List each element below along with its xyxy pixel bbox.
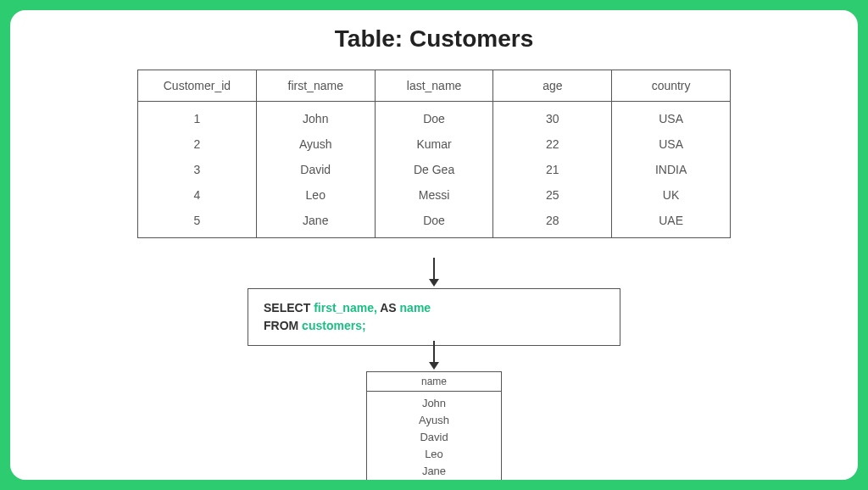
table-row: John <box>367 392 502 412</box>
cell: Leo <box>256 182 375 208</box>
cell: Doe <box>375 208 493 238</box>
cell: John <box>367 392 502 412</box>
cell: 1 <box>138 102 257 132</box>
cell: 25 <box>493 182 612 208</box>
cell: USA <box>612 102 731 132</box>
arrow-down-icon <box>429 341 439 370</box>
cell: Messi <box>375 182 493 208</box>
sql-keyword: SELECT <box>264 301 310 315</box>
cell: 22 <box>493 131 612 157</box>
table-row: 1 John Doe 30 USA <box>138 102 731 132</box>
cell: Ayush <box>367 412 502 429</box>
cell: David <box>367 429 502 446</box>
cell: 30 <box>493 102 612 132</box>
sql-keyword: AS <box>380 301 396 315</box>
table-row: Ayush <box>367 412 502 429</box>
sql-alias: name <box>400 301 431 315</box>
col-header: name <box>367 372 502 392</box>
cell: Leo <box>367 446 502 463</box>
arrow-down-icon <box>429 258 439 287</box>
cell: Jane <box>256 208 375 238</box>
cell: Kumar <box>375 131 493 157</box>
cell: UK <box>612 182 731 208</box>
outer-frame: Table: Customers Customer_id first_name … <box>0 0 868 490</box>
table-row: 4 Leo Messi 25 UK <box>138 182 731 208</box>
result-table: name John Ayush David Leo Jane <box>366 371 502 480</box>
col-header: country <box>612 70 731 102</box>
sql-query-box: SELECT first_name, AS name FROM customer… <box>248 288 620 346</box>
table-header-row: Customer_id first_name last_name age cou… <box>138 70 731 102</box>
cell: 5 <box>138 208 257 238</box>
cell: 2 <box>138 131 257 157</box>
cell: INDIA <box>612 157 731 182</box>
cell: 28 <box>493 208 612 238</box>
table-row: 5 Jane Doe 28 UAE <box>138 208 731 238</box>
page-title: Table: Customers <box>10 25 858 53</box>
cell: 3 <box>138 157 257 182</box>
col-header: last_name <box>375 70 493 102</box>
sql-table: customers; <box>302 319 365 332</box>
cell: Doe <box>375 102 493 132</box>
cell: Ayush <box>256 131 375 157</box>
cell: 21 <box>493 157 612 182</box>
cell: Jane <box>367 463 502 481</box>
sql-keyword: FROM <box>264 319 298 332</box>
col-header: Customer_id <box>138 70 257 102</box>
sql-column: first_name, <box>314 301 377 315</box>
table-header-row: name <box>367 372 502 392</box>
table-row: David <box>367 429 502 446</box>
cell: 4 <box>138 182 257 208</box>
table-row: Leo <box>367 446 502 463</box>
table-row: 3 David De Gea 21 INDIA <box>138 157 731 182</box>
col-header: age <box>493 70 612 102</box>
cell: USA <box>612 131 731 157</box>
cell: David <box>256 157 375 182</box>
col-header: first_name <box>256 70 375 102</box>
table-row: Jane <box>367 463 502 481</box>
cell: De Gea <box>375 157 493 182</box>
cell: John <box>256 102 375 132</box>
canvas: Table: Customers Customer_id first_name … <box>10 10 858 480</box>
cell: UAE <box>612 208 731 238</box>
table-row: 2 Ayush Kumar 22 USA <box>138 131 731 157</box>
customers-table: Customer_id first_name last_name age cou… <box>137 70 731 238</box>
